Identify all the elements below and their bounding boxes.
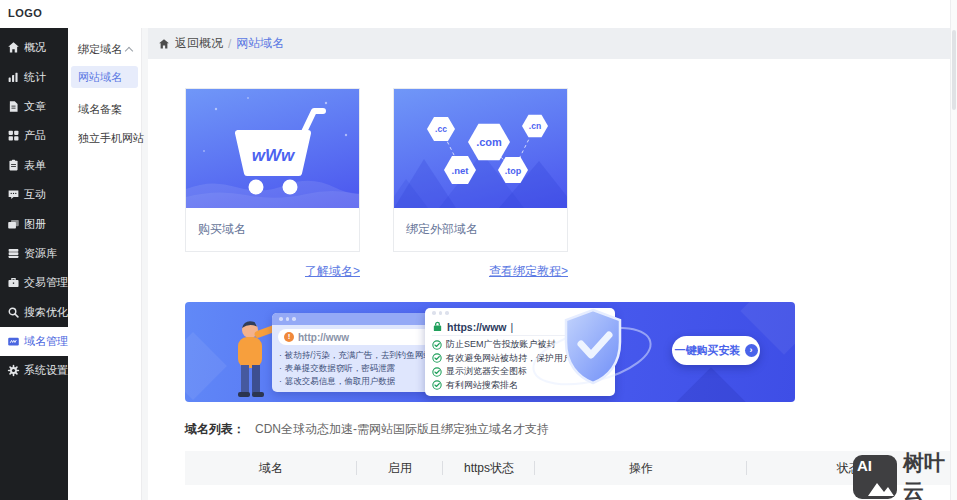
chat-icon	[7, 188, 20, 201]
breadcrumb: 返回概况 / 网站域名	[148, 28, 950, 59]
http-browser-card: ! http://www ·被劫持/污染，充满广告，去到钓鱼网站 ·表单提交数据…	[272, 313, 438, 392]
risk-item: 篡改交易信息，偷取用户数据	[285, 375, 396, 388]
buy-domain-card[interactable]: wWw 购买域名	[185, 88, 360, 252]
subnav-group-label: 绑定域名	[78, 42, 122, 57]
sidebar-item-label: 互动	[24, 187, 46, 202]
gear-icon	[7, 364, 20, 377]
subnav-item-label: 网站域名	[78, 70, 122, 85]
sidebar-item-label: 资源库	[24, 246, 57, 261]
sidebar-item-label: 域名管理	[24, 334, 68, 349]
seo-icon	[7, 306, 20, 319]
content: wWw 购买域名	[148, 59, 950, 500]
bullet-dot: ·	[279, 375, 282, 388]
sidebar-item-overview[interactable]: 概况	[0, 33, 68, 62]
check-icon	[432, 380, 442, 390]
subnav-item-label: 独立手机网站	[78, 131, 144, 146]
shield-illustration	[530, 304, 660, 400]
browser-titlebar	[272, 313, 438, 325]
window-dot-icon	[286, 317, 290, 321]
ai-label: AI	[857, 457, 872, 474]
decor-cube	[674, 367, 748, 402]
learn-domain-link[interactable]: 了解域名>	[185, 263, 360, 280]
benefit-item: 有利网站搜索排名	[446, 379, 518, 393]
home-icon	[7, 41, 20, 54]
http-risk-list: ·被劫持/污染，充满广告，去到钓鱼网站 ·表单提交数据窃听，密码泄露 ·篡改交易…	[272, 348, 438, 389]
http-address-bar: ! http://www	[278, 329, 432, 345]
subnav-item-domain-filing[interactable]: 域名备案	[68, 95, 141, 124]
bullet-dot: ·	[279, 362, 282, 375]
http-url: http://www	[298, 332, 349, 343]
card-title: 绑定外部域名	[394, 208, 567, 251]
sidebar-scrollbar[interactable]	[141, 28, 148, 500]
sidebar-item-products[interactable]: 产品	[0, 121, 68, 150]
decor-cube	[185, 332, 227, 400]
cart-www-text: wWw	[252, 146, 296, 165]
table-header-row: 域名 启用 https状态 操作 状态	[185, 451, 950, 485]
sidebar-item-trade[interactable]: 交易管理	[0, 268, 68, 297]
sidebar-item-library[interactable]: 资源库	[0, 239, 68, 268]
domain-hexagons-illustration: .cc .com .cn .net .top	[394, 89, 567, 208]
check-icon	[432, 367, 442, 377]
breadcrumb-separator: /	[228, 37, 231, 51]
subnav-item-mobile-site[interactable]: 独立手机网站	[68, 124, 141, 153]
window-dot-icon	[279, 317, 283, 321]
sidebar-item-settings[interactable]: 系统设置	[0, 356, 68, 385]
hex-cn-label: .cn	[529, 121, 541, 131]
scrollbar-thumb[interactable]	[952, 30, 956, 110]
subnav-item-website-domain[interactable]: 网站域名	[71, 66, 138, 88]
one-click-buy-button[interactable]: 一键购买安装 ›	[672, 336, 760, 365]
secondary-sidebar: 绑定域名 网站域名 域名备案 独立手机网站	[68, 28, 141, 500]
sidebar-item-label: 搜索优化	[24, 305, 68, 320]
risk-item: 被劫持/污染，充满广告，去到钓鱼网站	[285, 349, 432, 362]
sidebar-item-stats[interactable]: 统计	[0, 62, 68, 91]
sidebar-item-label: 统计	[24, 70, 46, 85]
column-header-actions: 操作	[535, 460, 747, 477]
arrow-right-icon: ›	[745, 344, 758, 357]
sidebar-item-domains[interactable]: 域名管理	[0, 327, 68, 356]
card-title: 购买域名	[186, 208, 359, 251]
domain-list-header: 域名列表： CDN全球动态加速-需网站国际版且绑定独立域名才支持	[185, 421, 549, 438]
watermark: AI 树叶云	[853, 449, 957, 500]
hex-net-label: .net	[452, 165, 470, 176]
form-icon	[7, 159, 20, 172]
https-promo-banner[interactable]: ! http://www ·被劫持/污染，充满广告，去到钓鱼网站 ·表单提交数据…	[185, 302, 795, 402]
benefit-item: 显示浏览器安全图标	[446, 365, 527, 379]
library-icon	[7, 247, 20, 260]
bullet-dot: ·	[279, 349, 282, 362]
warning-icon: !	[284, 332, 294, 342]
domain-table: 域名 启用 https状态 操作 状态	[185, 451, 950, 485]
window-dot-icon	[445, 311, 449, 315]
stats-icon	[7, 71, 20, 84]
chevron-up-icon	[125, 46, 133, 54]
subnav-group-bind-domain[interactable]: 绑定域名	[68, 34, 141, 64]
shopping-cart-illustration: wWw	[186, 89, 359, 208]
sidebar-item-articles[interactable]: 文章	[0, 92, 68, 121]
breadcrumb-back-link[interactable]: 返回概况	[175, 35, 223, 52]
breadcrumb-current: 网站域名	[236, 35, 284, 52]
bind-tutorial-link[interactable]: 查看绑定教程>	[393, 263, 568, 280]
admin-page: LOGO 概况 统计 文章 产品 表单 互动 图册	[0, 0, 957, 500]
watermark-name: 树叶云	[903, 449, 957, 500]
window-dot-icon	[292, 317, 296, 321]
bind-domain-card[interactable]: .cc .com .cn .net .top 绑定外部域名	[393, 88, 568, 252]
app-logo: LOGO	[8, 7, 42, 19]
article-icon	[7, 100, 20, 113]
primary-sidebar: 概况 统计 文章 产品 表单 互动 图册 资源库	[0, 28, 68, 500]
window-dot-icon	[439, 311, 443, 315]
sidebar-item-label: 图册	[24, 217, 46, 232]
page-scrollbar[interactable]	[950, 0, 957, 500]
sidebar-item-forms[interactable]: 表单	[0, 151, 68, 180]
hex-cc-label: .cc	[435, 124, 447, 134]
window-dot-icon	[432, 311, 436, 315]
sidebar-item-label: 表单	[24, 158, 46, 173]
top-bar: LOGO	[0, 0, 957, 28]
sidebar-item-label: 产品	[24, 128, 46, 143]
watermark-ai-badge: AI	[853, 455, 897, 499]
sidebar-item-label: 系统设置	[24, 363, 68, 378]
sidebar-item-interaction[interactable]: 互动	[0, 180, 68, 209]
risk-item: 表单提交数据窃听，密码泄露	[285, 362, 396, 375]
sidebar-item-seo[interactable]: 搜索优化	[0, 298, 68, 327]
column-header-domain: 域名	[185, 460, 357, 477]
sidebar-item-albums[interactable]: 图册	[0, 209, 68, 238]
album-icon	[7, 218, 20, 231]
